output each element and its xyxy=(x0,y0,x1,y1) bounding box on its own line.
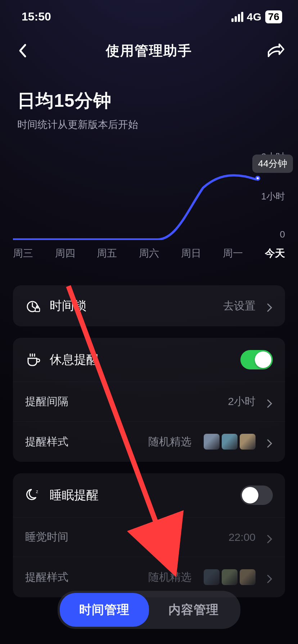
chevron-right-icon xyxy=(266,574,273,580)
rest-interval-label: 提醒间隔 xyxy=(25,394,219,409)
chart-line-path xyxy=(13,157,256,240)
status-bar: 15:50 4G 76 xyxy=(0,0,298,23)
summary: 日均15分钟 时间统计从更新版本后开始 xyxy=(0,60,298,132)
signal-icon xyxy=(231,12,243,22)
day-label[interactable]: 周日 xyxy=(181,247,201,260)
moon-icon: z xyxy=(25,487,41,503)
usage-chart: 2小时 1小时 0 44分钟 xyxy=(13,157,285,236)
chart-highlight-dot xyxy=(255,176,260,181)
timelock-label: 时间锁 xyxy=(50,298,215,314)
page-title: 使用管理助手 xyxy=(106,42,192,60)
style-thumb xyxy=(222,434,238,450)
style-thumb xyxy=(204,434,220,450)
sleep-style-label: 提醒样式 xyxy=(25,570,140,585)
chart-tooltip: 44分钟 xyxy=(252,155,293,173)
svg-text:z: z xyxy=(36,489,38,494)
style-thumb xyxy=(222,569,238,585)
day-label-today[interactable]: 今天 xyxy=(265,247,285,260)
rest-style-value: 随机精选 xyxy=(148,434,191,449)
nav-header: 使用管理助手 xyxy=(0,23,298,60)
timelock-action: 去设置 xyxy=(223,299,256,313)
settings-cards: 时间锁 去设置 休息提醒 提醒间隔 2小时 提醒样式 随机精选 xyxy=(0,260,298,597)
tab-content-management[interactable]: 内容管理 xyxy=(149,593,238,627)
rest-style-label: 提醒样式 xyxy=(25,434,140,449)
day-label[interactable]: 周三 xyxy=(13,247,33,260)
sleep-style-value: 随机精选 xyxy=(148,570,191,585)
sleep-style-thumbs xyxy=(204,569,256,585)
sleep-time-value: 22:00 xyxy=(229,531,256,543)
style-thumb xyxy=(240,569,256,585)
chevron-right-icon xyxy=(266,438,273,445)
share-button[interactable] xyxy=(266,41,285,60)
chevron-right-icon xyxy=(266,303,273,309)
rest-reminder-row: 休息提醒 xyxy=(13,338,285,382)
status-right: 4G 76 xyxy=(231,10,282,23)
network-label: 4G xyxy=(247,11,262,23)
sleep-time-row[interactable]: 睡觉时间 22:00 xyxy=(13,517,285,557)
timelock-card: 时间锁 去设置 xyxy=(13,285,285,326)
chart-x-axis: 周三 周四 周五 周六 周日 周一 今天 xyxy=(13,247,285,260)
chart-ytick-1h: 1小时 xyxy=(261,190,285,203)
battery-badge: 76 xyxy=(265,10,282,23)
summary-note: 时间统计从更新版本后开始 xyxy=(17,118,281,132)
day-label[interactable]: 周一 xyxy=(223,247,243,260)
sleep-reminder-toggle[interactable] xyxy=(240,486,273,505)
style-thumb xyxy=(240,434,256,450)
day-label[interactable]: 周六 xyxy=(139,247,159,260)
day-label[interactable]: 周四 xyxy=(55,247,75,260)
summary-heading: 日均15分钟 xyxy=(17,89,281,113)
coffee-icon xyxy=(25,352,41,368)
sleep-time-label: 睡觉时间 xyxy=(25,530,220,544)
tab-time-management[interactable]: 时间管理 xyxy=(60,593,149,627)
sleep-reminder-card: z 睡眠提醒 睡觉时间 22:00 提醒样式 随机精选 xyxy=(13,473,285,597)
rest-reminder-card: 休息提醒 提醒间隔 2小时 提醒样式 随机精选 xyxy=(13,338,285,462)
back-button[interactable] xyxy=(13,41,32,60)
stopwatch-lock-icon xyxy=(25,298,41,314)
sleep-reminder-row: z 睡眠提醒 xyxy=(13,473,285,517)
rest-style-thumbs xyxy=(204,434,256,450)
sleep-reminder-label: 睡眠提醒 xyxy=(50,487,232,503)
status-time: 15:50 xyxy=(22,10,51,23)
timelock-row[interactable]: 时间锁 去设置 xyxy=(13,285,285,326)
rest-interval-row[interactable]: 提醒间隔 2小时 xyxy=(13,382,285,421)
chevron-left-icon xyxy=(18,43,27,58)
rest-interval-value: 2小时 xyxy=(228,394,256,409)
chart-ytick-0: 0 xyxy=(280,229,285,240)
rest-reminder-toggle[interactable] xyxy=(240,350,273,369)
chevron-right-icon xyxy=(266,399,273,405)
day-label[interactable]: 周五 xyxy=(97,247,117,260)
svg-rect-1 xyxy=(35,308,40,312)
rest-reminder-label: 休息提醒 xyxy=(50,351,232,368)
segmented-control: 时间管理 内容管理 xyxy=(0,591,298,629)
style-thumb xyxy=(204,569,220,585)
share-arrow-icon xyxy=(267,43,284,58)
rest-style-row[interactable]: 提醒样式 随机精选 xyxy=(13,421,285,462)
chevron-right-icon xyxy=(266,534,273,540)
